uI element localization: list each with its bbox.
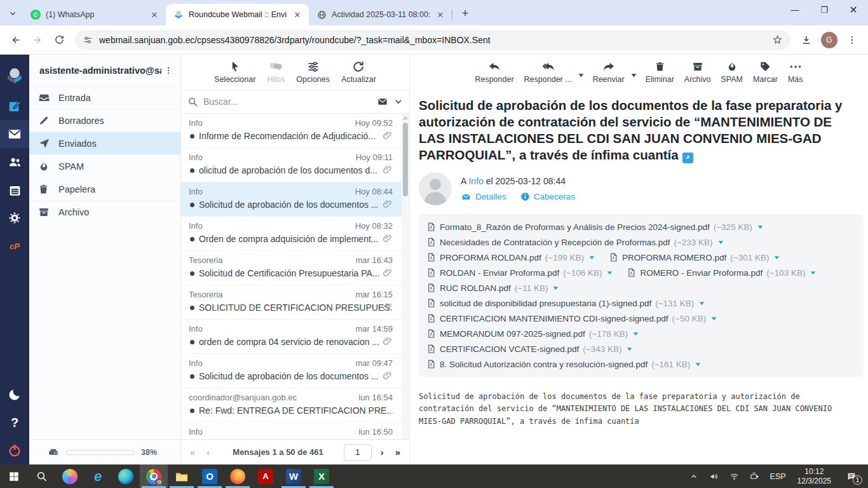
attachment-menu-icon[interactable] xyxy=(632,330,640,338)
page-input[interactable] xyxy=(344,444,372,461)
folder-item-archivo[interactable]: Archivo xyxy=(29,200,180,223)
next-page-button[interactable]: › xyxy=(378,447,386,458)
attachment-item[interactable]: ROMERO - Enviar Proforma.pdf (~103 KB) xyxy=(627,268,817,278)
attachment-item[interactable]: PROFORMA ROLDAN.pdf (~199 KB) xyxy=(426,252,596,262)
scrollbar-thumb[interactable] xyxy=(403,123,408,196)
taskbar-edge-button[interactable] xyxy=(112,464,140,488)
attachment-menu-icon[interactable] xyxy=(606,269,614,277)
message-row[interactable]: coordinador@sanjuan.gob.eclun 16:54 Re: … xyxy=(181,388,409,423)
wifi-button[interactable] xyxy=(726,464,743,488)
message-row[interactable]: InfoHoy 09:11 olicitud de aprobación de … xyxy=(181,148,409,182)
attachment-item[interactable]: CERTIFICACION VCATE-signed.pdf (~343 KB) xyxy=(426,344,634,354)
rail-cpanel-button[interactable]: cP xyxy=(0,232,29,260)
folder-item-papelera[interactable]: Papelera xyxy=(29,177,180,200)
toolbar-reply-button[interactable]: Responder xyxy=(471,58,517,86)
chevron-down-icon[interactable] xyxy=(394,97,403,106)
list-scrollbar[interactable] xyxy=(402,114,409,439)
toolbar-cursor-button[interactable]: Seleccionar xyxy=(210,58,259,86)
notification-center-button[interactable]: 1 xyxy=(839,464,864,488)
toolbar-refresh-button[interactable]: Actualizar xyxy=(337,58,380,86)
attachment-menu-icon[interactable] xyxy=(773,254,781,262)
toolbar-options-button[interactable]: Opciones xyxy=(292,58,334,86)
rail-roundcube-logo-button[interactable] xyxy=(0,59,29,92)
language-indicator[interactable]: ESP xyxy=(766,472,790,481)
attachment-item[interactable]: Necesidades de Contratación y Recepción … xyxy=(426,237,725,247)
toolbar-flame-button[interactable]: SPAM xyxy=(717,58,747,86)
rail-settings-button[interactable] xyxy=(0,204,29,232)
message-row[interactable]: Infolun 16:50 xyxy=(181,423,409,439)
message-row[interactable]: Tesoreriamar 16:15 SOLICITUD DE CERTIFIC… xyxy=(181,285,409,320)
taskbar-search-button[interactable] xyxy=(28,464,56,488)
browser-menu-button[interactable] xyxy=(843,30,862,50)
attachment-menu-icon[interactable] xyxy=(710,315,718,323)
folder-item-spam[interactable]: SPAM xyxy=(29,154,180,177)
attachment-item[interactable]: RUC ROLDAN.pdf (~11 KB) xyxy=(426,283,560,293)
folder-item-enviados[interactable]: Enviados xyxy=(29,132,180,154)
search-input[interactable] xyxy=(203,97,371,107)
volume-button[interactable] xyxy=(705,464,723,488)
last-page-button[interactable]: » xyxy=(393,447,403,458)
taskbar-excel-button[interactable]: X xyxy=(308,464,336,488)
message-row[interactable]: InfoHoy 08:32 Orden de compra adquisició… xyxy=(181,217,409,251)
browser-tab[interactable]: Roundcube Webmail :: Enviados ✕ xyxy=(166,4,309,25)
toolbar-reply-all-button[interactable]: Responder ... xyxy=(520,58,576,86)
tab-search-button[interactable] xyxy=(4,4,22,22)
reload-button[interactable] xyxy=(50,30,69,50)
toolbar-threads-button[interactable]: Hilos xyxy=(263,58,288,86)
message-row[interactable]: InfoHoy 09:52 Informe de Recomendación d… xyxy=(181,114,409,148)
attachment-menu-icon[interactable] xyxy=(694,360,702,369)
omnibox[interactable]: webmail.sanjuan.gob.ec/cpsess4380978826/… xyxy=(75,30,790,50)
taskbar-acrobat-button[interactable]: A xyxy=(252,464,280,488)
caret-down-icon[interactable] xyxy=(630,71,638,79)
browser-tab[interactable]: ✆ (1) WhatsApp ✕ xyxy=(23,4,166,25)
taskbar-chrome-button[interactable]: G xyxy=(140,464,168,488)
attachment-item[interactable]: 8. Solicitud Autorización contra y resol… xyxy=(426,359,702,369)
taskbar-copilot-button[interactable] xyxy=(56,464,84,488)
toolbar-trash-button[interactable]: Eliminar xyxy=(642,58,678,86)
attachment-menu-icon[interactable] xyxy=(698,299,706,308)
taskbar-clock[interactable]: 10:12 12/3/2025 xyxy=(792,467,836,486)
message-row[interactable]: Infomar 09:47 Solicitud de aprobación de… xyxy=(181,354,409,388)
attachment-item[interactable]: Formato_8_Razón de Proformas y Análisis … xyxy=(426,222,764,232)
attachment-menu-icon[interactable] xyxy=(552,284,560,292)
attachment-item[interactable]: solicitud de disponibilidad presupuestar… xyxy=(426,298,706,308)
tab-close-icon[interactable]: ✕ xyxy=(149,10,159,20)
minimize-button[interactable]: — xyxy=(780,0,810,19)
caret-down-icon[interactable] xyxy=(577,71,585,79)
browser-tab[interactable]: Actividad 2025-03-11 08:00:00 ✕ xyxy=(309,4,452,25)
back-button[interactable] xyxy=(6,30,25,50)
bookmark-star-icon[interactable] xyxy=(772,34,783,45)
first-page-button[interactable]: « xyxy=(187,447,198,458)
attachment-item[interactable]: ROLDAN - Enviar Proforma.pdf (~106 KB) xyxy=(426,268,614,278)
attachment-item[interactable]: PROFORMA ROMERO.pdf (~301 KB) xyxy=(609,252,781,262)
rail-contacts-button[interactable] xyxy=(0,148,29,176)
close-button[interactable]: ✕ xyxy=(839,0,868,19)
restore-button[interactable]: ❐ xyxy=(810,0,839,19)
prev-page-button[interactable]: ‹ xyxy=(204,447,212,458)
account-menu-button[interactable] xyxy=(161,65,175,76)
taskbar-ie-button[interactable]: e xyxy=(84,464,112,488)
attachment-menu-icon[interactable] xyxy=(588,254,596,262)
meet-now-button[interactable] xyxy=(746,464,764,488)
recipient-link[interactable]: Info xyxy=(468,176,483,186)
toolbar-forward-button[interactable]: Reenviar xyxy=(589,58,628,86)
folder-item-borradores[interactable]: Borradores xyxy=(29,109,180,132)
tab-close-icon[interactable]: ✕ xyxy=(435,10,445,20)
attachment-menu-icon[interactable] xyxy=(625,345,634,353)
tray-expand-button[interactable] xyxy=(685,464,703,488)
attachment-menu-icon[interactable] xyxy=(809,269,817,277)
search-scope-icon[interactable] xyxy=(376,97,389,107)
downloads-button[interactable] xyxy=(797,30,816,50)
taskbar-outlook-button[interactable]: O xyxy=(196,464,224,488)
attachment-menu-icon[interactable] xyxy=(756,223,764,231)
tab-close-icon[interactable]: ✕ xyxy=(292,10,302,20)
rail-calendar-button[interactable] xyxy=(0,176,29,204)
message-row[interactable]: Tesoreriamar 16:43 Solicitud de Certific… xyxy=(181,251,409,285)
rail-logout-button[interactable] xyxy=(0,437,29,464)
new-tab-button[interactable]: + xyxy=(457,5,473,22)
rail-mail-button[interactable] xyxy=(0,120,29,148)
taskbar-explorer-button[interactable] xyxy=(168,464,196,488)
folder-item-entrada[interactable]: Entrada xyxy=(29,86,180,109)
rail-dark-mode-button[interactable] xyxy=(0,381,29,409)
toolbar-ellipsis-button[interactable]: Más xyxy=(784,58,807,86)
